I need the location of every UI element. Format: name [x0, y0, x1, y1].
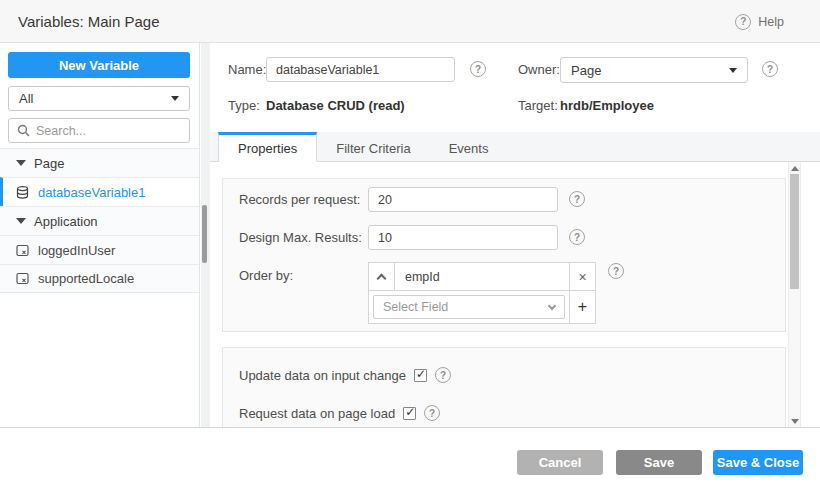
static-variable-icon [16, 272, 30, 286]
help-icon[interactable]: ? [608, 263, 624, 279]
editor-tabs: Properties Filter Criteria Events [210, 132, 820, 162]
tree-item-label: supportedLocale [38, 271, 134, 286]
name-owner-row: Name:* ? Owner:* Page ? [210, 57, 820, 83]
tree-group-label: Application [34, 214, 98, 229]
tab-events[interactable]: Events [430, 132, 508, 161]
sort-direction-button[interactable] [369, 263, 395, 290]
request-settings-section: Records per request: ? Design Max. Resul… [222, 178, 786, 332]
design-max-results-label: Design Max. Results: [239, 230, 362, 245]
chevron-down-icon [171, 96, 179, 101]
save-button[interactable]: Save [616, 450, 702, 475]
scroll-down-arrow[interactable] [789, 416, 800, 426]
tree-item-supportedlocale[interactable]: supportedLocale [0, 264, 199, 293]
records-per-request-label: Records per request: [239, 192, 360, 207]
dialog-footer: Cancel Save Save & Close [0, 427, 820, 490]
update-on-input-row: Update data on input change ✓ ? [239, 367, 451, 383]
sidebar-scrollbar-thumb[interactable] [202, 205, 207, 263]
order-by-widget: empId × Select Field + [368, 262, 596, 324]
target-label: Target: [518, 98, 558, 113]
tree-item-label: loggedInUser [38, 243, 115, 258]
type-label: Type: [228, 98, 260, 113]
help-icon[interactable]: ? [470, 61, 486, 77]
chevron-down-icon [548, 301, 556, 309]
variable-editor: Name:* ? Owner:* Page ? Type: Database C… [210, 43, 820, 427]
select-field-dropdown[interactable]: Select Field [373, 295, 565, 319]
variables-dialog: Variables: Main Page ? Help New Variable… [0, 0, 820, 490]
help-button[interactable]: ? Help [735, 0, 784, 43]
name-input[interactable] [266, 57, 455, 82]
add-field-button[interactable]: + [569, 291, 595, 323]
order-by-field-value: empId [395, 263, 569, 290]
tree-item-loggedinuser[interactable]: loggedInUser [0, 235, 199, 264]
request-on-load-checkbox[interactable]: ✓ [403, 407, 416, 420]
help-icon[interactable]: ? [569, 191, 585, 207]
records-per-request-input[interactable] [368, 187, 558, 212]
request-on-load-label: Request data on page load [239, 406, 395, 421]
variable-filter-dropdown[interactable]: All [8, 86, 190, 111]
help-label: Help [758, 15, 784, 29]
search-icon [17, 124, 30, 137]
scrollbar-thumb[interactable] [790, 174, 799, 289]
variable-filter-value: All [19, 91, 33, 106]
help-icon[interactable]: ? [435, 367, 451, 383]
help-icon: ? [735, 14, 751, 30]
scroll-up-arrow[interactable] [789, 163, 800, 173]
vertical-scrollbar[interactable] [788, 162, 801, 427]
behavior-settings-section: Update data on input change ✓ ? Request … [222, 347, 786, 427]
owner-dropdown[interactable]: Page [560, 57, 748, 83]
check-icon: ✓ [416, 367, 426, 381]
request-on-load-row: Request data on page load ✓ ? [239, 405, 440, 421]
expand-arrow-icon[interactable] [16, 218, 26, 224]
target-value: hrdb/Employee [560, 98, 654, 113]
order-by-label: Order by: [239, 268, 293, 283]
select-field-placeholder: Select Field [383, 300, 448, 314]
page-title: Variables: Main Page [18, 0, 159, 43]
help-icon[interactable]: ? [762, 61, 778, 77]
check-icon: ✓ [405, 405, 415, 419]
new-variable-button[interactable]: New Variable [8, 52, 190, 78]
properties-panel: Records per request: ? Design Max. Resul… [210, 162, 820, 427]
tree-item-databasevariable1[interactable]: databaseVariable1 [0, 177, 199, 206]
update-on-input-checkbox[interactable]: ✓ [414, 369, 427, 382]
expand-arrow-icon[interactable] [16, 160, 26, 166]
save-and-close-button[interactable]: Save & Close [713, 450, 803, 475]
tree-item-label: databaseVariable1 [38, 185, 145, 200]
tree-group-label: Page [34, 156, 64, 171]
chevron-down-icon [729, 68, 737, 73]
database-variable-icon [16, 185, 30, 199]
type-value: Database CRUD (read) [266, 98, 405, 113]
search-input[interactable] [36, 124, 181, 138]
dialog-header: Variables: Main Page ? Help [0, 0, 820, 43]
tab-properties[interactable]: Properties [218, 132, 317, 162]
order-by-row: empId × [369, 263, 595, 291]
help-icon[interactable]: ? [569, 229, 585, 245]
tree-group-application[interactable]: Application [0, 206, 199, 235]
variable-search-box[interactable] [8, 118, 190, 143]
variables-sidebar: New Variable All Page [0, 43, 200, 427]
cancel-button[interactable]: Cancel [517, 450, 603, 475]
order-by-add-row: Select Field + [369, 291, 595, 323]
static-variable-icon [16, 243, 30, 257]
tree-group-page[interactable]: Page [0, 148, 199, 177]
select-field-wrap: Select Field [369, 291, 569, 323]
help-icon[interactable]: ? [424, 405, 440, 421]
type-target-row: Type: Database CRUD (read) Target: hrdb/… [210, 98, 820, 116]
owner-value: Page [571, 63, 601, 78]
chevron-up-icon [377, 273, 387, 283]
design-max-results-input[interactable] [368, 225, 558, 250]
tab-filter-criteria[interactable]: Filter Criteria [317, 132, 429, 161]
remove-field-button[interactable]: × [569, 263, 595, 290]
variables-tree: Page databaseVariable1 Application [0, 148, 199, 293]
update-on-input-label: Update data on input change [239, 368, 406, 383]
